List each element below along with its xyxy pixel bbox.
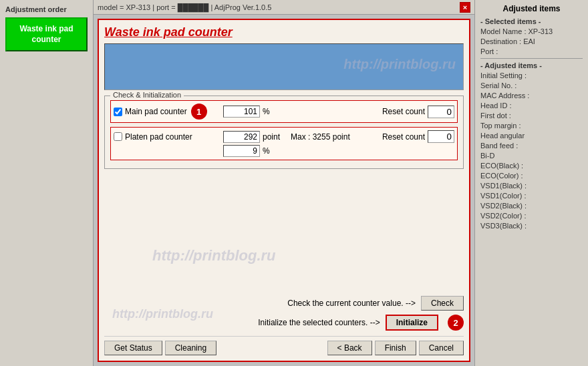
- main-pad-badge: 1: [191, 104, 207, 120]
- check-row: Check the current counter value. --> Che…: [104, 296, 464, 311]
- footer-right: < Back Finish Cancel: [327, 341, 464, 355]
- top-margin: Top margin :: [480, 122, 583, 130]
- dialog: http://printblog.ru http://printblog.ru …: [98, 19, 470, 362]
- init-badge: 2: [448, 315, 464, 331]
- vsd2-color: VSD2(Color) :: [480, 212, 583, 220]
- platen-pad-reset-area: Reset count: [382, 130, 454, 143]
- dialog-title: Waste ink pad counter: [104, 25, 464, 39]
- main-pad-checkbox-area: Main pad counter 1: [114, 104, 220, 120]
- head-angular: Head angular: [480, 132, 583, 140]
- platen-pad-unit1: point: [263, 132, 283, 142]
- platen-pad-reset-label: Reset count: [382, 132, 425, 142]
- band-feed: Band feed :: [480, 142, 583, 150]
- main-pad-value-input[interactable]: [223, 106, 260, 118]
- platen-pad-max-label: Max : 3255 point: [291, 132, 350, 142]
- platen-pad-reset-input[interactable]: [428, 130, 454, 143]
- platen-pad-inner: Platen pad counter point Max : 3255 poin…: [114, 130, 454, 157]
- platen-row-2: %: [114, 145, 454, 157]
- main-pad-unit: %: [263, 107, 283, 116]
- destination: Destination : EAI: [480, 37, 583, 45]
- main-pad-values: %: [223, 106, 380, 118]
- check-initialization-group: Check & Initialization Main pad counter …: [104, 96, 464, 169]
- right-sidebar: Adjusted items - Selected items - Model …: [474, 0, 588, 366]
- main-pad-checkbox[interactable]: [114, 108, 122, 116]
- left-sidebar: Adjustment order Waste ink pad counter: [0, 0, 94, 366]
- main-pad-reset-input[interactable]: [428, 106, 454, 118]
- selected-header: - Selected items -: [480, 17, 583, 25]
- platen-pad-counter-row: Platen pad counter point Max : 3255 poin…: [110, 127, 458, 160]
- right-sidebar-title: Adjusted items: [480, 4, 583, 13]
- platen-row-1: Platen pad counter point Max : 3255 poin…: [114, 130, 454, 143]
- main-pad-inner: Main pad counter 1 % Reset count: [114, 104, 454, 120]
- eco-black: ECO(Black) :: [480, 162, 583, 170]
- initial-setting: Initial Setting :: [480, 71, 583, 79]
- vsd3-black: VSD3(Black) :: [480, 222, 583, 230]
- bi-d: Bi-D: [480, 152, 583, 160]
- init-row: Initialize the selected counters. --> In…: [104, 315, 464, 331]
- cleaning-button[interactable]: Cleaning: [165, 341, 216, 355]
- platen-pad-checkbox-area: Platen pad counter: [114, 132, 220, 142]
- eco-color: ECO(Color) :: [480, 172, 583, 180]
- platen-pad-value1-input[interactable]: [223, 131, 260, 143]
- main-pad-label: Main pad counter: [125, 107, 187, 116]
- check-button[interactable]: Check: [421, 296, 464, 311]
- close-button[interactable]: ×: [460, 2, 470, 13]
- platen-pad-checkbox[interactable]: [114, 132, 122, 141]
- platen-pad-label: Platen pad counter: [125, 132, 192, 142]
- group-label: Check & Initialization: [110, 91, 184, 99]
- separator-1: [480, 58, 583, 59]
- main-pad-reset-label: Reset count: [382, 107, 425, 116]
- mac-address: MAC Address :: [480, 92, 583, 100]
- model-name: Model Name : XP-313: [480, 27, 583, 35]
- platen-pad-value2-input[interactable]: [223, 145, 260, 157]
- first-dot: First dot :: [480, 112, 583, 120]
- platen-pad-unit2: %: [263, 146, 283, 156]
- init-row-text: Initialize the selected counters. -->: [258, 318, 380, 327]
- back-button[interactable]: < Back: [327, 341, 372, 355]
- vsd2-black: VSD2(Black) :: [480, 202, 583, 210]
- initialize-button[interactable]: Initialize: [386, 315, 438, 331]
- main-area: model = XP-313 | port = ██████ | AdjProg…: [94, 0, 474, 366]
- sidebar-title: Adjustment order: [5, 5, 88, 13]
- title-bar-text: model = XP-313 | port = ██████ | AdjProg…: [98, 3, 271, 11]
- footer-left: Get Status Cleaning: [104, 341, 216, 355]
- serial-no: Serial No. :: [480, 81, 583, 89]
- spacer: [104, 174, 464, 296]
- finish-button[interactable]: Finish: [375, 341, 416, 355]
- port: Port :: [480, 47, 583, 55]
- log-area: [104, 43, 464, 90]
- vsd1-color: VSD1(Color) :: [480, 192, 583, 200]
- head-id: Head ID :: [480, 102, 583, 110]
- footer-row: Get Status Cleaning < Back Finish Cancel: [104, 336, 464, 355]
- adjusted-header: - Adjusted items -: [480, 61, 583, 69]
- get-status-button[interactable]: Get Status: [104, 341, 162, 355]
- cancel-button[interactable]: Cancel: [419, 341, 464, 355]
- vsd1-black: VSD1(Black) :: [480, 182, 583, 190]
- waste-ink-pad-button[interactable]: Waste ink pad counter: [5, 17, 88, 51]
- check-row-text: Check the current counter value. -->: [287, 299, 416, 308]
- title-bar: model = XP-313 | port = ██████ | AdjProg…: [94, 0, 474, 15]
- main-pad-reset-area: Reset count: [382, 106, 454, 118]
- main-pad-counter-row: Main pad counter 1 % Reset count: [110, 100, 458, 123]
